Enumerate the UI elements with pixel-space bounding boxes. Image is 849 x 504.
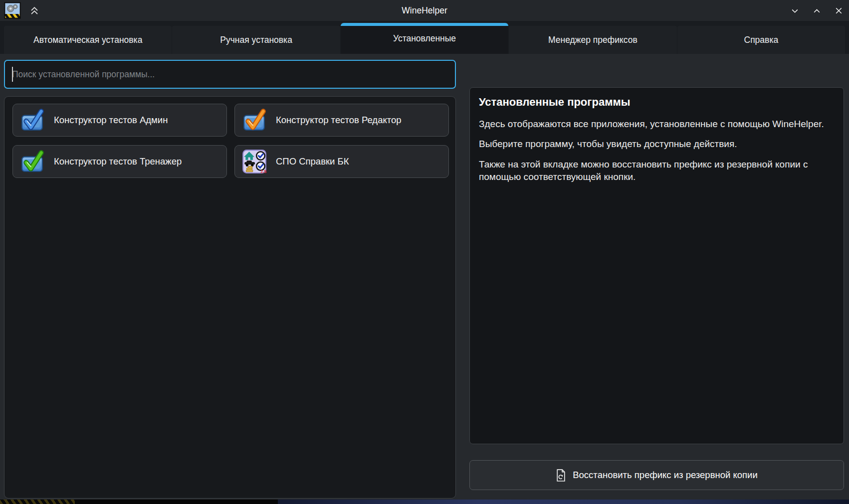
checkbox-orange-icon (242, 108, 267, 133)
close-button[interactable] (831, 3, 846, 18)
minimize-button[interactable] (787, 3, 802, 18)
restore-prefix-button[interactable]: Восстановить префикс из резервной копии (469, 460, 844, 490)
winehelper-app-icon (4, 2, 21, 19)
program-name: Конструктор тестов Тренажер (54, 156, 182, 167)
winehelper-window: WineHelper (0, 0, 849, 504)
program-card[interactable]: Конструктор тестов Админ (12, 104, 227, 137)
checkbox-blue-icon (20, 108, 45, 133)
chevron-up-icon (813, 6, 821, 15)
document-restore-icon (556, 469, 566, 482)
restore-prefix-label: Восстановить префикс из резервной копии (573, 470, 758, 481)
double-chevron-up-icon (29, 5, 40, 16)
desktop-strip (0, 500, 849, 504)
maximize-button[interactable] (809, 3, 824, 18)
program-card[interactable]: Конструктор тестов Редактор (234, 104, 449, 137)
installed-programs-info-panel: Установленные программы Здесь отображают… (469, 87, 844, 444)
tab-bar: Автоматическая установка Ручная установк… (0, 21, 849, 54)
tab-manual-install[interactable]: Ручная установка (172, 26, 340, 54)
program-name: СПО Справки БК (276, 156, 349, 167)
info-paragraph: Здесь отображаются все приложения, устан… (479, 118, 835, 130)
close-icon (835, 6, 843, 15)
installed-programs-list: Конструктор тестов Админ Конструктор тес… (4, 96, 456, 499)
program-name: Конструктор тестов Админ (54, 115, 168, 126)
desktop-wallpaper-fragment (278, 500, 849, 504)
tab-prefix-manager[interactable]: Менеджер префиксов (509, 26, 676, 54)
text-caret (12, 67, 13, 82)
installed-tab-content: Конструктор тестов Админ Конструктор тес… (0, 54, 849, 500)
desktop-hazard-fragment (0, 500, 75, 504)
program-card[interactable]: 2.5 СПО Справки БК (234, 145, 449, 178)
tab-installed[interactable]: Установленные (341, 23, 508, 54)
info-paragraph: Также на этой вкладке можно восстановить… (479, 158, 835, 183)
info-paragraph: Выберите программу, чтобы увидеть доступ… (479, 138, 835, 150)
tab-help[interactable]: Справка (677, 26, 845, 54)
window-title: WineHelper (0, 5, 849, 16)
keep-above-button[interactable] (27, 3, 42, 18)
program-card[interactable]: Конструктор тестов Тренажер (12, 145, 227, 178)
spo-spravki-bk-icon: 2.5 (242, 149, 267, 174)
search-input[interactable] (4, 60, 456, 89)
tab-automatic-install[interactable]: Автоматическая установка (4, 26, 172, 54)
program-name: Конструктор тестов Редактор (276, 115, 402, 126)
titlebar[interactable]: WineHelper (0, 0, 849, 21)
info-panel-title: Установленные программы (479, 96, 835, 109)
chevron-down-icon (791, 6, 799, 15)
checkbox-green-icon (20, 149, 45, 174)
svg-text:2.5: 2.5 (261, 169, 267, 174)
